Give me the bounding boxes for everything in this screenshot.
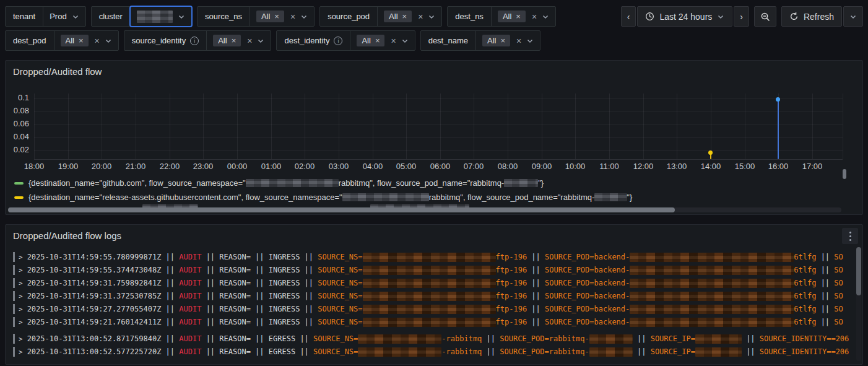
filter-label: source_ns — [197, 7, 250, 26]
expand-chevron-icon[interactable]: > — [19, 266, 23, 274]
filter-label-text: dest_ns — [455, 12, 484, 21]
log-row[interactable]: >2025-10-31T14:59:27.277055407Z || AUDIT… — [13, 303, 855, 315]
expand-chevron-icon[interactable]: > — [19, 335, 23, 343]
refresh-interval-dropdown[interactable] — [843, 6, 863, 27]
log-row[interactable]: >2025-10-31T14:59:55.780999871Z || AUDIT… — [13, 251, 855, 263]
log-field: ftp-196 — [496, 253, 527, 261]
log-reason: REASON= — [219, 334, 251, 343]
log-direction: INGRESS — [269, 318, 300, 326]
time-forward-button[interactable]: › — [734, 6, 749, 27]
clear-filter-icon[interactable]: × — [532, 12, 537, 21]
legend-row[interactable]: {destination_name="release-assets.github… — [14, 190, 839, 204]
chip-label: All — [66, 36, 74, 45]
log-segment: || — [482, 347, 500, 356]
clear-filter-icon[interactable]: × — [391, 37, 396, 45]
filter-value-source_pod[interactable]: All×× — [378, 7, 441, 26]
expand-chevron-icon[interactable]: > — [19, 348, 23, 356]
log-level: AUDIT — [179, 347, 201, 356]
log-reason: REASON= — [219, 279, 251, 287]
expand-chevron-icon[interactable]: > — [19, 253, 23, 261]
expand-chevron-icon[interactable]: > — [19, 318, 23, 326]
log-field: -rabbitmq — [441, 347, 482, 356]
filter-dest_ns: dest_nsAll×× — [447, 6, 556, 27]
filter-chip[interactable]: All× — [498, 11, 526, 22]
filter-chip[interactable]: All× — [384, 11, 412, 22]
log-segment: || — [201, 318, 219, 326]
chip-remove-icon[interactable]: × — [516, 12, 521, 20]
chip-remove-icon[interactable]: × — [232, 37, 237, 45]
chip-remove-icon[interactable]: × — [500, 37, 505, 45]
clear-filter-icon[interactable]: × — [418, 12, 423, 21]
filter-value-dest_ns[interactable]: All×× — [492, 7, 555, 26]
logs-vscrollbar[interactable] — [856, 247, 861, 361]
filter-value-source_ns[interactable]: All×× — [250, 7, 314, 26]
expand-chevron-icon[interactable]: > — [19, 292, 23, 300]
log-segment: || — [161, 292, 179, 300]
legend-hscrollbar[interactable] — [8, 207, 841, 212]
log-segment: || — [201, 292, 219, 300]
vscrollbar-thumb[interactable] — [856, 247, 861, 295]
clock-icon — [645, 12, 654, 21]
log-direction: EGRESS — [269, 334, 295, 343]
clear-filter-icon[interactable]: × — [516, 37, 521, 45]
filter-label-text: dest_identity — [284, 36, 329, 45]
filter-value-dest_pod[interactable]: All×× — [54, 31, 118, 50]
time-range-button[interactable]: Last 24 hours — [637, 6, 732, 27]
log-field: ftp-196 — [496, 266, 527, 274]
chevron-down-icon — [542, 13, 549, 20]
legend-row[interactable]: {destination_name="github.com", flow_sou… — [14, 176, 839, 190]
legend-vscrollbar-thumb[interactable] — [843, 169, 846, 179]
log-level: AUDIT — [179, 318, 201, 326]
filter-chip[interactable]: All× — [357, 35, 384, 46]
hscrollbar-thumb[interactable] — [8, 207, 675, 212]
chip-remove-icon[interactable]: × — [402, 12, 407, 20]
flow-legend: {destination_name="github.com", flow_sou… — [14, 176, 839, 210]
log-field: 6tlfg — [794, 266, 816, 274]
clear-filter-icon[interactable]: × — [95, 37, 100, 45]
log-row[interactable]: >2025-10-31T14:59:55.374473048Z || AUDIT… — [13, 264, 855, 276]
log-segment: || — [201, 253, 219, 261]
expand-chevron-icon[interactable]: > — [19, 305, 23, 313]
filter-label-text: source_identity — [132, 36, 186, 45]
filter-chip[interactable]: All× — [256, 11, 284, 22]
filter-chip[interactable]: All× — [482, 35, 510, 46]
filter-label: source_pod — [320, 7, 378, 26]
zoom-out-button[interactable] — [754, 6, 776, 27]
clear-filter-icon[interactable]: × — [290, 12, 295, 21]
log-field: SOURCE_POD=rabbitmq- — [500, 347, 589, 356]
log-row[interactable]: >2025-10-31T14:59:31.759892841Z || AUDIT… — [13, 277, 855, 289]
filter-chip[interactable]: All× — [61, 35, 89, 46]
log-field: SOURCE_IDENTITY==206 — [760, 334, 849, 343]
log-segment: || — [251, 347, 269, 356]
log-field: SOURCE_POD=backend- — [545, 318, 630, 326]
chip-remove-icon[interactable]: × — [375, 37, 380, 45]
filter-value-tenant[interactable]: Prod — [43, 7, 85, 26]
gridline-v — [440, 94, 441, 159]
filter-value-source_identity[interactable]: All×× — [207, 31, 271, 50]
log-row[interactable]: >2025-10-31T13:00:52.871759840Z || AUDIT… — [13, 333, 855, 344]
filter-value-dest_name[interactable]: All×× — [476, 31, 540, 50]
y-axis-label: 0.02 — [6, 145, 29, 154]
clear-filter-icon[interactable]: × — [247, 37, 252, 45]
refresh-button[interactable]: Refresh — [781, 6, 842, 27]
filter-chip[interactable]: All× — [213, 35, 241, 46]
log-field: 6tlfg — [794, 279, 816, 287]
log-segment: || — [527, 318, 545, 326]
log-timestamp: 2025-10-31T14:59:27.277055407Z — [27, 305, 162, 313]
log-row[interactable]: >2025-10-31T14:59:31.372530785Z || AUDIT… — [13, 290, 855, 302]
redacted-text — [630, 305, 794, 314]
log-row[interactable]: >2025-10-31T13:00:52.577225720Z || AUDIT… — [13, 346, 855, 357]
log-row[interactable]: >2025-10-31T14:59:21.760142411Z || AUDIT… — [13, 316, 855, 328]
redacted-text — [358, 347, 441, 357]
gridline-v — [643, 94, 644, 159]
log-segment: || — [527, 253, 545, 261]
filter-label-text: source_ns — [205, 12, 242, 21]
chip-remove-icon[interactable]: × — [274, 12, 279, 20]
chip-remove-icon[interactable]: × — [79, 37, 84, 45]
time-back-button[interactable]: ‹ — [621, 6, 636, 27]
filter-value-dest_identity[interactable]: All×× — [350, 31, 414, 50]
gridline-v — [373, 94, 373, 159]
log-segment: || — [300, 305, 318, 313]
filter-value-cluster[interactable] — [131, 7, 191, 26]
expand-chevron-icon[interactable]: > — [19, 279, 23, 287]
